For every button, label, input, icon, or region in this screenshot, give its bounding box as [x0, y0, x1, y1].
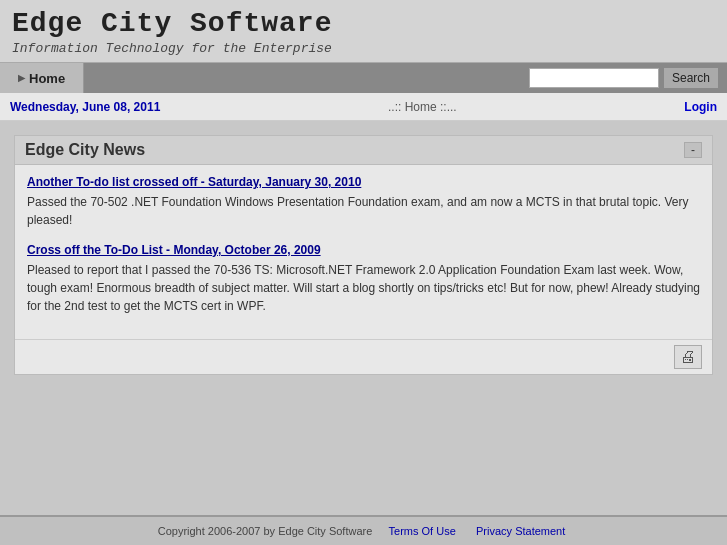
news-box-title: Edge City News: [25, 141, 145, 159]
news-article-title-1[interactable]: Cross off the To-Do List - Monday, Octob…: [27, 243, 700, 257]
date-text: Wednesday, June 08, 2011: [10, 100, 160, 114]
breadcrumb-center: ..:: Home ::...: [388, 100, 457, 114]
login-link[interactable]: Login: [684, 100, 717, 114]
breadcrumb-prefix: ..:: Home ::...: [388, 100, 457, 114]
news-body: Another To-do list crossed off - Saturda…: [15, 165, 712, 339]
news-box: Edge City News - Another To-do list cros…: [14, 135, 713, 375]
news-article-title-0[interactable]: Another To-do list crossed off - Saturda…: [27, 175, 700, 189]
news-article-body-0: Passed the 70-502 .NET Foundation Window…: [27, 193, 700, 229]
news-article: Cross off the To-Do List - Monday, Octob…: [27, 243, 700, 315]
search-area: Search: [529, 67, 727, 89]
navbar: Home Search: [0, 63, 727, 93]
news-box-collapse-button[interactable]: -: [684, 142, 702, 158]
breadcrumb-bar: Wednesday, June 08, 2011 ..:: Home ::...…: [0, 93, 727, 121]
news-article: Another To-do list crossed off - Saturda…: [27, 175, 700, 229]
search-button[interactable]: Search: [663, 67, 719, 89]
site-title: Edge City Software: [12, 8, 715, 39]
site-header: Edge City Software Information Technolog…: [0, 0, 727, 63]
news-article-body-1: Pleased to report that I passed the 70-5…: [27, 261, 700, 315]
nav-home-button[interactable]: Home: [0, 63, 84, 93]
site-subtitle: Information Technology for the Enterpris…: [12, 41, 715, 56]
print-icon[interactable]: 🖨: [674, 345, 702, 369]
main-content: Edge City News - Another To-do list cros…: [0, 121, 727, 389]
search-input[interactable]: [529, 68, 659, 88]
news-footer: 🖨: [15, 339, 712, 374]
news-box-header: Edge City News -: [15, 136, 712, 165]
